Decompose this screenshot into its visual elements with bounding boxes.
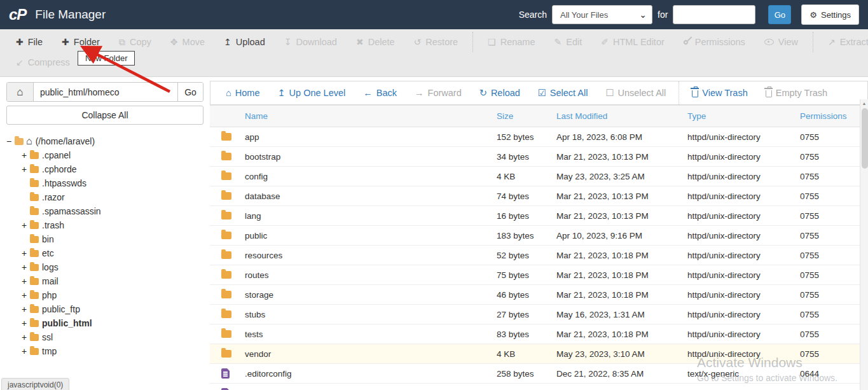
search-go-button[interactable]: Go <box>768 5 791 24</box>
nav-item-empty-trash[interactable]: Empty Trash <box>757 88 836 98</box>
nav-item-home[interactable]: ⌂Home <box>217 88 268 98</box>
expand-icon[interactable]: + <box>22 332 30 342</box>
table-row-vendor[interactable]: vendor4 KBMay 23, 2023, 3:10 AMhttpd/uni… <box>210 344 868 364</box>
cell-permissions: 0755 <box>800 310 868 319</box>
scroll-up-button[interactable]: ▲ <box>860 99 868 108</box>
table-row-config[interactable]: config4 KBMay 23, 2023, 3:25 AMhttpd/uni… <box>210 167 868 186</box>
nav-item-back[interactable]: ←Back <box>354 88 406 98</box>
expand-icon[interactable]: + <box>22 290 30 300</box>
toolbar-item-restore[interactable]: ↺Restore <box>404 37 468 47</box>
toolbar-item-move[interactable]: ✥Move <box>161 37 214 47</box>
tree-item-label: .cpanel <box>42 150 71 160</box>
tree-item-public-html[interactable]: +public_html <box>6 316 203 330</box>
tree-item-php[interactable]: +php <box>6 288 203 302</box>
expand-icon[interactable]: + <box>22 164 30 174</box>
expand-icon[interactable]: + <box>22 318 30 328</box>
tree-item-cpanel[interactable]: +.cpanel <box>6 148 203 162</box>
scrollbar-thumb[interactable] <box>862 108 868 169</box>
toolbar-item-rename[interactable]: ❏Rename <box>478 37 544 47</box>
tree-item-label: public_ftp <box>42 304 80 314</box>
nav-item-unselect-all[interactable]: ☐Unselect All <box>596 88 675 98</box>
tree-item-razor[interactable]: .razor <box>6 190 203 204</box>
cell-name: vendor <box>245 349 497 359</box>
table-row-tests[interactable]: tests83 bytesMar 21, 2023, 10:18 PMhttpd… <box>210 324 868 344</box>
toolbar-item-label: HTML Editor <box>613 37 665 47</box>
cell-permissions: 0755 <box>800 211 868 221</box>
column-header-size[interactable]: Size <box>497 111 556 121</box>
toolbar-item-delete[interactable]: ✖Delete <box>347 37 404 47</box>
column-header-type[interactable]: Type <box>687 111 800 121</box>
cell-size: 152 bytes <box>497 132 556 142</box>
search-scope-select[interactable]: All Your Files ⌄ <box>552 5 652 24</box>
tree-item-bin[interactable]: bin <box>6 232 203 246</box>
toolbar-item-file[interactable]: ✚File <box>6 37 52 47</box>
nav-item-forward[interactable]: →Forward <box>406 88 471 98</box>
tree-item-trash[interactable]: +.trash <box>6 218 203 232</box>
toolbar-item-compress[interactable]: ↙Compress <box>6 57 79 67</box>
table-row-resources[interactable]: resources52 bytesMar 21, 2023, 10:18 PMh… <box>210 246 868 265</box>
toolbar-divider <box>472 32 473 52</box>
table-row-routes[interactable]: routes75 bytesMar 21, 2023, 10:18 PMhttp… <box>210 265 868 285</box>
toolbar-item-folder[interactable]: ✚Folder <box>52 37 109 47</box>
nav-item-view-trash[interactable]: View Trash <box>683 88 756 98</box>
nav-item-select-all[interactable]: ☑Select All <box>529 88 597 98</box>
nav-item-up-one-level[interactable]: ↥Up One Level <box>268 88 354 98</box>
tree-item-logs[interactable]: +logs <box>6 260 203 274</box>
table-row-editorconfig[interactable]: .editorconfig258 bytesDec 21, 2022, 8:35… <box>210 364 868 384</box>
settings-button[interactable]: ⚙ Settings <box>801 4 859 25</box>
vertical-scrollbar[interactable]: ▲ <box>860 99 868 390</box>
path-input[interactable] <box>34 83 177 101</box>
tree-item-tmp[interactable]: +tmp <box>6 344 203 358</box>
table-header: NameSizeLast ModifiedTypePermissions <box>210 105 868 127</box>
table-row-lang[interactable]: lang16 bytesMar 21, 2023, 10:13 PMhttpd/… <box>210 206 868 226</box>
column-header-name[interactable]: Name <box>245 111 497 121</box>
toolbar-item-edit[interactable]: ✎Edit <box>544 37 591 47</box>
table-row-storage[interactable]: storage46 bytesMar 21, 2023, 10:18 PMhtt… <box>210 285 868 305</box>
expand-icon[interactable]: + <box>22 276 30 286</box>
expand-icon[interactable]: + <box>22 248 30 258</box>
expand-icon[interactable]: + <box>22 304 30 314</box>
expand-icon[interactable]: + <box>22 346 30 356</box>
cell-permissions: 0644 <box>800 369 868 379</box>
expand-icon[interactable]: + <box>22 262 30 272</box>
table-row[interactable]: 1.06 KBYesterday, 1:48 PMtext/x-generic0… <box>210 384 868 390</box>
nav-item-reload[interactable]: ↻Reload <box>471 88 529 98</box>
collapse-icon[interactable]: − <box>6 136 15 146</box>
tree-item-public-ftp[interactable]: +public_ftp <box>6 302 203 316</box>
toolbar-item-extract[interactable]: ↗Extract <box>818 37 868 47</box>
toolbar-item-copy[interactable]: ⧉Copy <box>109 37 161 48</box>
tree-item-spamassassin[interactable]: .spamassassin <box>6 204 203 218</box>
nav-item-label: Up One Level <box>289 88 346 98</box>
table-row-public[interactable]: public183 bytesApr 10, 2023, 9:16 PMhttp… <box>210 226 868 246</box>
toolbar-item-upload[interactable]: ↥Upload <box>214 37 275 47</box>
toolbar-item-label: Delete <box>368 37 395 47</box>
folder-icon <box>30 180 39 187</box>
search-input[interactable] <box>673 5 755 24</box>
toolbar-item-download[interactable]: ↧Download <box>275 37 347 47</box>
column-header-permissions[interactable]: Permissions <box>800 111 868 121</box>
tree-item-ssl[interactable]: +ssl <box>6 330 203 344</box>
toolbar-item-view[interactable]: View <box>755 37 808 47</box>
expand-icon[interactable]: + <box>22 220 30 230</box>
home-directory-button[interactable]: ⌂ <box>7 83 34 101</box>
toolbar-item-permissions[interactable]: Permissions <box>674 37 755 47</box>
collapse-all-button[interactable]: Collapse All <box>6 106 203 125</box>
tree-item-cphorde[interactable]: +.cphorde <box>6 162 203 176</box>
table-row-database[interactable]: database74 bytesMar 21, 2023, 10:13 PMht… <box>210 186 868 206</box>
folder-icon <box>221 192 231 200</box>
table-row-stubs[interactable]: stubs27 bytesMay 16, 2023, 1:31 AMhttpd/… <box>210 305 868 324</box>
table-row-app[interactable]: app152 bytesApr 18, 2023, 6:08 PMhttpd/u… <box>210 127 868 147</box>
folder-icon <box>221 310 231 318</box>
tree-item-etc[interactable]: +etc <box>6 246 203 260</box>
toolbar-item-html-editor[interactable]: ✐HTML Editor <box>591 37 674 47</box>
expand-icon[interactable]: + <box>22 150 30 160</box>
path-go-button[interactable]: Go <box>177 83 203 101</box>
tree-item-mail[interactable]: +mail <box>6 274 203 288</box>
open-folder-icon <box>15 138 24 145</box>
tree-root-home[interactable]: −⌂(/home/laravel) <box>6 134 203 148</box>
column-header-last-modified[interactable]: Last Modified <box>556 111 687 121</box>
folder-icon <box>30 320 39 327</box>
cell-permissions: 0755 <box>800 251 868 260</box>
tree-item-htpasswds[interactable]: .htpasswds <box>6 176 203 190</box>
table-row-bootstrap[interactable]: bootstrap34 bytesMar 21, 2023, 10:13 PMh… <box>210 147 868 167</box>
